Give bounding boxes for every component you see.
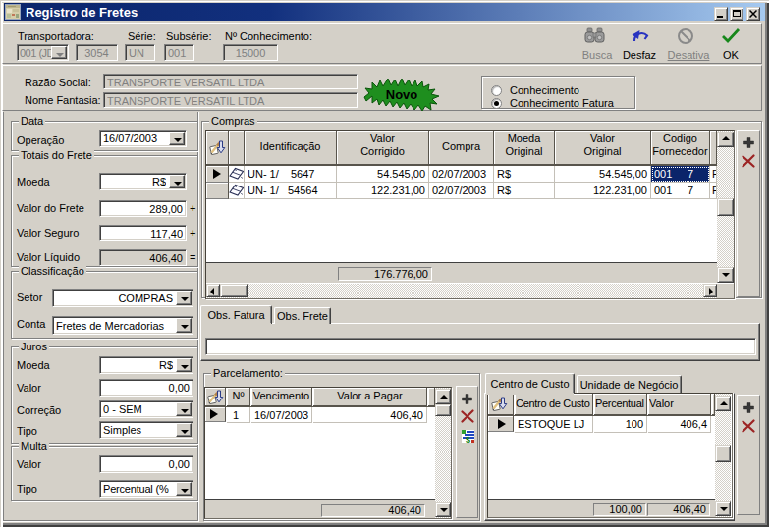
svg-text:Novo: Novo — [386, 87, 418, 102]
svg-text:$: $ — [466, 435, 470, 444]
